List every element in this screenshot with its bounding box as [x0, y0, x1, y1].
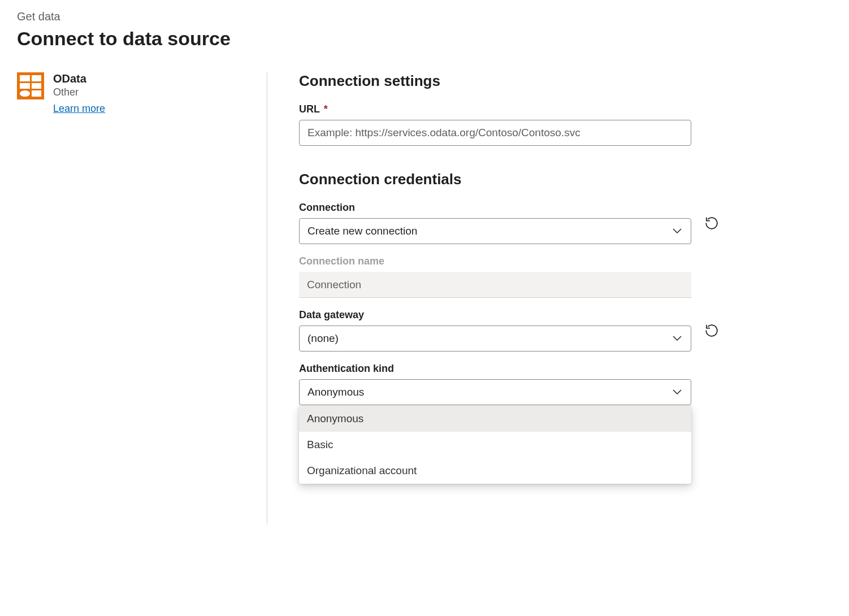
content-layout: OData Other Learn more Connection settin…	[17, 72, 832, 524]
url-label-text: URL	[299, 103, 320, 115]
connection-name-field: Connection name	[299, 255, 832, 298]
connector-name: OData	[53, 72, 105, 85]
chevron-down-icon	[673, 389, 682, 395]
authentication-kind-select[interactable]: Anonymous Anonymous Basic Organizational…	[299, 379, 691, 405]
data-gateway-select[interactable]: (none)	[299, 326, 691, 352]
url-field: URL *	[299, 103, 832, 146]
page-title: Connect to data source	[17, 28, 832, 50]
required-asterisk: *	[324, 103, 328, 115]
data-gateway-field: Data gateway (none)	[299, 309, 832, 352]
breadcrumb: Get data	[17, 10, 832, 23]
auth-option-basic[interactable]: Basic	[299, 432, 691, 458]
connection-name-input	[299, 272, 691, 298]
learn-more-link[interactable]: Learn more	[53, 103, 105, 115]
auth-option-organizational[interactable]: Organizational account	[299, 458, 691, 484]
url-input[interactable]	[299, 120, 691, 146]
authentication-kind-select-value: Anonymous	[307, 386, 364, 398]
auth-option-anonymous[interactable]: Anonymous	[299, 406, 691, 432]
settings-panel: Connection settings URL * Connection cre…	[267, 72, 832, 524]
connection-settings-heading: Connection settings	[299, 72, 832, 90]
chevron-down-icon	[673, 336, 682, 341]
authentication-kind-field: Authentication kind Anonymous Anonymous …	[299, 363, 832, 405]
connector-summary: OData Other Learn more	[17, 72, 255, 115]
gateway-refresh-button[interactable]	[703, 322, 721, 340]
connection-select[interactable]: Create new connection	[299, 218, 691, 244]
refresh-icon	[704, 323, 719, 338]
connection-refresh-button[interactable]	[703, 214, 721, 232]
connector-panel: OData Other Learn more	[17, 72, 267, 524]
connection-name-label: Connection name	[299, 255, 691, 267]
connection-field: Connection Create new connection	[299, 202, 832, 244]
authentication-kind-label: Authentication kind	[299, 363, 691, 375]
connection-select-value: Create new connection	[307, 225, 417, 237]
refresh-icon	[704, 216, 719, 231]
connection-credentials-heading: Connection credentials	[299, 171, 832, 188]
odata-icon	[17, 72, 44, 99]
connection-label: Connection	[299, 202, 691, 214]
chevron-down-icon	[673, 228, 682, 234]
url-label: URL *	[299, 103, 832, 115]
authentication-kind-dropdown: Anonymous Basic Organizational account	[299, 406, 691, 484]
connector-category: Other	[53, 86, 105, 98]
data-gateway-label: Data gateway	[299, 309, 691, 321]
data-gateway-select-value: (none)	[307, 332, 339, 345]
